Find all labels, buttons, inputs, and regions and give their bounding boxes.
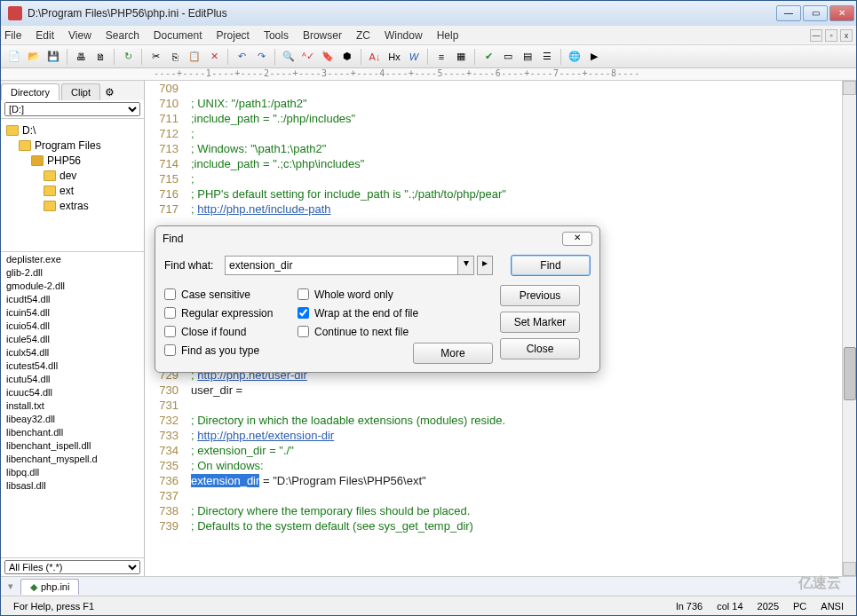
tree-node[interactable]: Program Files — [3, 138, 142, 153]
close-if-found-checkbox[interactable] — [164, 326, 176, 337]
minimize-button[interactable]: — — [776, 5, 801, 21]
file-item[interactable]: install.txt — [6, 400, 139, 414]
close-find-button[interactable]: Close — [500, 338, 580, 359]
tree-node[interactable]: ext — [3, 183, 142, 198]
scroll-thumb[interactable] — [844, 347, 856, 400]
file-item[interactable]: deplister.exe — [6, 254, 139, 267]
bookmark-icon[interactable]: 🔖 — [320, 49, 336, 65]
menu-file[interactable]: File — [4, 29, 21, 42]
file-item[interactable]: glib-2.dll — [6, 267, 139, 280]
menu-search[interactable]: Search — [106, 29, 139, 42]
file-item[interactable]: icudt54.dll — [6, 294, 139, 307]
open-file-icon[interactable]: 📂 — [26, 49, 42, 65]
tab-nav-icon[interactable]: ▾ — [8, 580, 13, 592]
file-item[interactable]: icuuc54.dll — [6, 387, 139, 400]
columns-icon[interactable]: ▦ — [453, 49, 469, 65]
undo-icon[interactable]: ↶ — [234, 49, 250, 65]
indent-icon[interactable]: ≡ — [433, 49, 449, 65]
file-item[interactable]: libsasl.dll — [6, 480, 139, 494]
cut-icon[interactable]: ✂ — [147, 49, 163, 65]
menu-edit[interactable]: Edit — [36, 29, 54, 42]
scroll-down-button[interactable] — [843, 562, 856, 576]
tree-node[interactable]: extras — [3, 198, 142, 213]
set-marker-button[interactable]: Set Marker — [500, 312, 580, 333]
file-list[interactable]: deplister.exeglib-2.dllgmodule-2.dllicud… — [1, 252, 144, 558]
find-button[interactable]: Find — [511, 255, 591, 276]
menu-project[interactable]: Project — [217, 29, 250, 42]
file-item[interactable]: libeay32.dll — [6, 414, 139, 427]
file-item[interactable]: icutu54.dll — [6, 374, 139, 387]
previous-button[interactable]: Previous — [500, 285, 580, 306]
mdi-close-button[interactable]: x — [840, 29, 853, 42]
drive-select[interactable]: [D:] — [4, 102, 140, 116]
file-item[interactable]: gmodule-2.dll — [6, 280, 139, 294]
paste-icon[interactable]: 📋 — [186, 49, 202, 65]
dialog-close-button[interactable]: ✕ — [562, 232, 592, 246]
find-picker-button[interactable]: ▸ — [477, 256, 493, 275]
doctab-php-ini[interactable]: ◆ php.ini — [20, 579, 79, 595]
file-item[interactable]: icule54.dll — [6, 334, 139, 347]
spellcheck-icon[interactable]: ᴬ✓ — [300, 49, 316, 65]
wordwrap-icon[interactable]: W — [406, 49, 422, 65]
tree-node[interactable]: D:\ — [3, 122, 142, 138]
tab-clipt[interactable]: Clipt — [61, 83, 100, 100]
print-icon[interactable]: 🖶 — [73, 49, 89, 65]
mdi-minimize-button[interactable]: — — [810, 29, 822, 42]
menu-window[interactable]: Window — [385, 29, 423, 42]
file-filter-select[interactable]: All Files (*.*) — [4, 560, 140, 574]
mdi-restore-button[interactable]: ▫ — [825, 29, 837, 42]
find-history-dropdown[interactable]: ▾ — [458, 256, 474, 275]
tab-directory[interactable]: Directory — [1, 83, 60, 100]
file-item[interactable]: iculx54.dll — [6, 347, 139, 360]
grid-icon[interactable]: ▤ — [520, 49, 536, 65]
search-icon[interactable]: 🔍 — [281, 49, 297, 65]
more-button[interactable]: More — [413, 343, 493, 364]
regex-checkbox[interactable] — [164, 307, 176, 319]
new-file-icon[interactable]: 📄 — [6, 49, 22, 65]
font-a-icon[interactable]: A↓ — [367, 49, 383, 65]
menu-help[interactable]: Help — [437, 29, 459, 42]
menu-browser[interactable]: Browser — [303, 29, 342, 42]
menu-tools[interactable]: Tools — [264, 29, 289, 42]
titlebar: D:\Program Files\PHP56\php.ini - EditPlu… — [1, 1, 856, 26]
check-icon[interactable]: ✔ — [480, 49, 496, 65]
tree-node[interactable]: PHP56 — [3, 153, 142, 168]
refresh-icon[interactable]: ↻ — [120, 49, 136, 65]
file-item[interactable]: libenchant_ispell.dll — [6, 440, 139, 454]
tree-node[interactable]: dev — [3, 168, 142, 183]
find-input[interactable] — [225, 256, 458, 275]
menu-zc[interactable]: ZC — [356, 29, 370, 42]
scroll-up-button[interactable] — [843, 81, 856, 95]
file-item[interactable]: libenchant.dll — [6, 427, 139, 440]
copy-icon[interactable]: ⎘ — [167, 49, 183, 65]
run-icon[interactable]: ▶ — [586, 49, 602, 65]
folder-tree[interactable]: D:\Program FilesPHP56devextextras — [1, 119, 144, 252]
file-item[interactable]: libpq.dll — [6, 467, 139, 480]
panel-settings-icon[interactable]: ⚙ — [105, 86, 119, 100]
whole-word-checkbox[interactable] — [298, 288, 309, 300]
continue-next-file-checkbox[interactable] — [298, 326, 309, 337]
window-icon[interactable]: ▭ — [500, 49, 516, 65]
file-item[interactable]: icuin54.dll — [6, 307, 139, 320]
redo-icon[interactable]: ↷ — [253, 49, 269, 65]
list-icon[interactable]: ☰ — [539, 49, 555, 65]
save-icon[interactable]: 💾 — [45, 49, 61, 65]
file-item[interactable]: icuio54.dll — [6, 320, 139, 334]
hex-icon[interactable]: Hx — [386, 49, 402, 65]
preview-icon[interactable]: 🗎 — [92, 49, 108, 65]
file-item[interactable]: icutest54.dll — [6, 360, 139, 374]
browser-icon[interactable]: 🌐 — [567, 49, 583, 65]
vertical-scrollbar[interactable] — [842, 81, 856, 576]
case-sensitive-checkbox[interactable] — [164, 288, 176, 300]
menu-document[interactable]: Document — [154, 29, 202, 42]
delete-icon[interactable]: ✕ — [206, 49, 222, 65]
wrap-checkbox[interactable] — [298, 307, 309, 319]
find-as-you-type-checkbox[interactable] — [164, 344, 176, 356]
window-title: D:\Program Files\PHP56\php.ini - EditPlu… — [28, 7, 774, 20]
menu-view[interactable]: View — [68, 29, 91, 42]
tag-icon[interactable]: ⬢ — [339, 49, 355, 65]
status-col: col 14 — [717, 601, 742, 612]
maximize-button[interactable]: ▭ — [803, 5, 828, 21]
close-button[interactable]: ✕ — [829, 5, 854, 21]
file-item[interactable]: libenchant_myspell.d — [6, 454, 139, 467]
